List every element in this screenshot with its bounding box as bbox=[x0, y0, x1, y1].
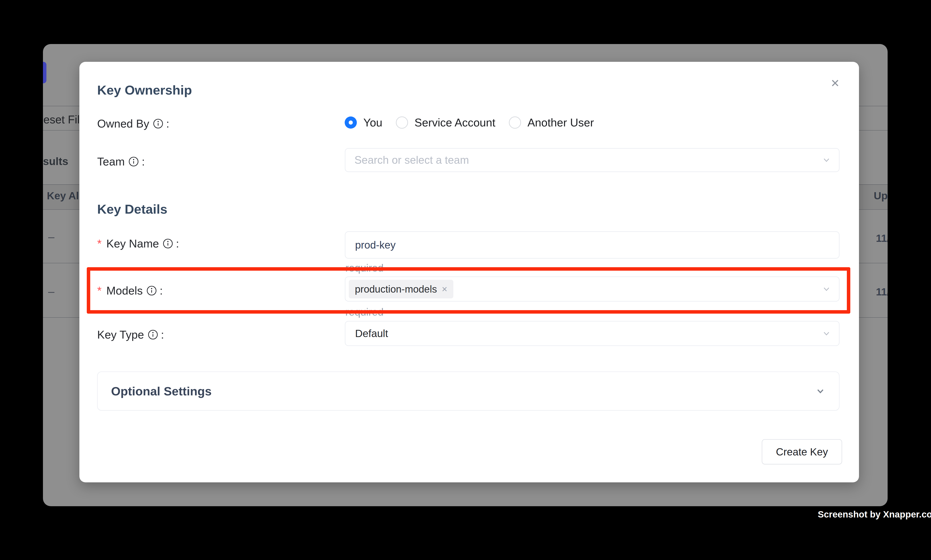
modal-title: Key Ownership bbox=[97, 83, 192, 98]
radio-unselected-icon[interactable] bbox=[509, 117, 521, 129]
radio-option-service-account[interactable]: Service Account bbox=[396, 116, 496, 129]
radio-option-label: You bbox=[363, 116, 382, 129]
key-type-value: Default bbox=[345, 328, 388, 339]
background-results-count-fragment: sults bbox=[43, 155, 68, 168]
chevron-down-icon bbox=[822, 284, 831, 294]
owned-by-label: Owned By : bbox=[97, 117, 169, 130]
watermark-text: Screenshot by Xnapper.com bbox=[818, 509, 931, 520]
key-name-value: prod-key bbox=[345, 239, 395, 251]
info-icon bbox=[148, 329, 159, 340]
info-icon bbox=[128, 156, 139, 167]
team-select[interactable]: Search or select a team bbox=[345, 148, 839, 172]
key-name-label-text: Key Name bbox=[106, 237, 159, 250]
models-label-text: Models bbox=[106, 284, 143, 297]
radio-selected-icon[interactable] bbox=[345, 117, 357, 129]
info-icon bbox=[153, 118, 163, 129]
key-type-label: Key Type : bbox=[97, 328, 164, 341]
info-icon bbox=[163, 238, 173, 249]
label-colon: : bbox=[161, 328, 164, 341]
chevron-down-icon bbox=[822, 329, 831, 338]
key-name-input[interactable]: prod-key bbox=[345, 231, 839, 258]
selected-model-tag-label: production-models bbox=[355, 283, 437, 295]
radio-option-label: Service Account bbox=[414, 116, 496, 129]
models-multiselect[interactable]: production-models × bbox=[345, 277, 839, 302]
optional-settings-toggle[interactable]: Optional Settings bbox=[97, 372, 839, 411]
owned-by-radio-group: You Service Account Another User bbox=[345, 116, 594, 129]
chevron-down-icon bbox=[822, 155, 831, 165]
selected-model-tag: production-models × bbox=[349, 280, 453, 298]
label-colon: : bbox=[142, 155, 145, 168]
close-button[interactable] bbox=[827, 75, 843, 91]
radio-option-label: Another User bbox=[528, 116, 594, 129]
required-asterisk: * bbox=[97, 284, 102, 297]
radio-option-you[interactable]: You bbox=[345, 116, 382, 129]
key-name-label: * Key Name : bbox=[97, 237, 179, 250]
owned-by-label-text: Owned By bbox=[97, 117, 149, 130]
create-key-button[interactable]: Create Key bbox=[762, 439, 842, 465]
team-label-text: Team bbox=[97, 155, 125, 168]
background-reset-filters-fragment: eset Filt bbox=[43, 113, 83, 126]
info-icon bbox=[146, 285, 157, 296]
label-colon: : bbox=[176, 237, 179, 250]
chevron-down-icon bbox=[815, 386, 826, 396]
required-asterisk: * bbox=[97, 237, 102, 250]
table-row: 11/ bbox=[876, 286, 888, 298]
models-validation-hint: required bbox=[345, 306, 383, 318]
label-colon: : bbox=[166, 117, 169, 130]
key-type-select[interactable]: Default bbox=[345, 321, 839, 346]
key-details-heading: Key Details bbox=[97, 202, 168, 217]
team-label: Team : bbox=[97, 155, 145, 168]
table-row: – bbox=[48, 230, 54, 243]
create-key-modal: Key Ownership Owned By : You Service Acc… bbox=[79, 62, 859, 482]
optional-settings-label: Optional Settings bbox=[111, 384, 212, 398]
column-header-updated: Up bbox=[874, 190, 888, 202]
key-name-validation-hint: required bbox=[345, 262, 383, 274]
table-row: – bbox=[48, 285, 54, 298]
radio-option-another-user[interactable]: Another User bbox=[509, 116, 594, 129]
label-colon: : bbox=[160, 284, 163, 297]
models-label: * Models : bbox=[97, 284, 163, 297]
background-create-key-button-fragment bbox=[43, 62, 46, 83]
remove-tag-icon[interactable]: × bbox=[442, 284, 447, 295]
close-icon bbox=[829, 77, 841, 89]
table-row: 11/ bbox=[876, 232, 888, 244]
key-type-label-text: Key Type bbox=[97, 328, 144, 341]
team-select-placeholder: Search or select a team bbox=[345, 154, 469, 166]
radio-unselected-icon[interactable] bbox=[396, 117, 408, 129]
